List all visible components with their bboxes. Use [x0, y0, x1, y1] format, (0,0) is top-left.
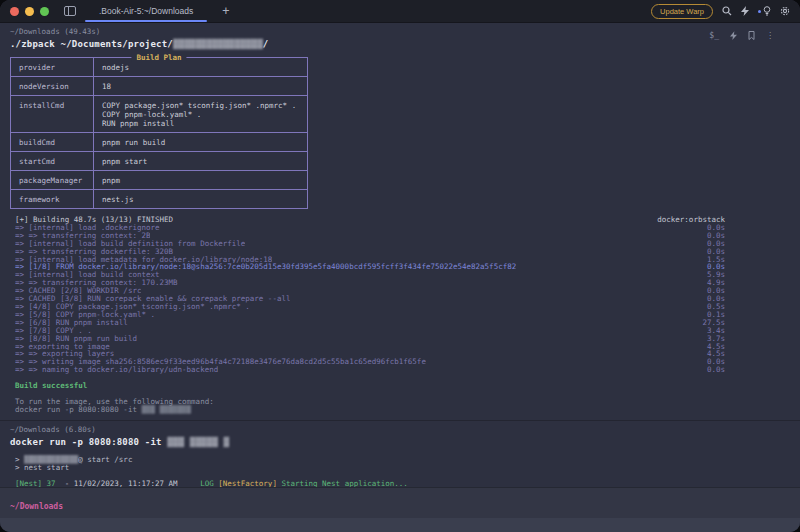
build-plan-row: nodeVersion 18 [11, 77, 307, 96]
redacted-package-name: ▓▓▓▓▓▓▓▓▓▓▓▓ [24, 455, 78, 464]
docker-log-line: => => transferring context: 2B0.0s [15, 232, 725, 240]
docker-build-header: [+] Building 48.7s (13/13) FINISHED dock… [15, 216, 725, 224]
build-plan-row: installCmd COPY package.json* tsconfig.j… [11, 96, 307, 133]
minimize-button[interactable] [25, 7, 34, 16]
block-toolbar: $_ ⋮ [709, 31, 774, 40]
suggested-run-command: docker run -p 8080:8080 -it ▓▓▓ ▓▓▓▓▓▓▓ [0, 406, 800, 414]
docker-log-line: => => writing image sha256:8586ec9f33eed… [15, 358, 725, 366]
search-icon[interactable] [722, 6, 732, 16]
docker-log-line: => [8/8] RUN pnpm run build3.7s [15, 335, 725, 343]
settings-gear-icon[interactable] [780, 6, 790, 16]
docker-log-line: => [4/8] COPY package.json* tsconfig.jso… [15, 303, 725, 311]
prompt-path: ~/Downloads [10, 502, 63, 511]
docker-log-line: => [1/8] FROM docker.io/library/node:18@… [15, 263, 725, 271]
command-input-area[interactable] [0, 518, 800, 532]
warp-terminal-window: .Book-Air-5:~/Downloads + Update Warp [0, 0, 800, 532]
terminal-tab[interactable]: .Book-Air-5:~/Downloads [83, 0, 209, 22]
build-plan-row: packageManager pnpm [11, 171, 307, 190]
command-block-zbpack: ~/Downloads (49.43s) ./zbpack ~/Document… [0, 23, 800, 49]
docker-log-line: => [internal] load build context5.9s [15, 271, 725, 279]
zoom-button[interactable] [40, 7, 49, 16]
block-menu-icon[interactable]: ⋮ [766, 31, 774, 40]
new-tab-button[interactable]: + [216, 5, 235, 17]
tips-lightbulb-icon[interactable] [758, 6, 771, 16]
tab-title: .Book-Air-5:~/Downloads [99, 6, 193, 16]
docker-log-line: => => exporting layers4.5s [15, 350, 725, 358]
build-plan-table: Build Plan provider nodejs nodeVersion 1… [10, 57, 308, 209]
docker-run-command-line: docker run -p 8080:8080 -it ▓▓▓ ▓▓▓▓▓ ▓ [0, 434, 800, 447]
prompt-header: ~/Downloads [0, 487, 800, 518]
build-plan-title: Build Plan [131, 53, 186, 62]
docker-log-line: => [internal] load build definition from… [15, 240, 725, 248]
prompt-dollar-icon[interactable]: $_ [709, 31, 719, 40]
docker-log-line: => CACHED [3/8] RUN corepack enable && c… [15, 295, 725, 303]
redacted-image-name: ▓▓▓ ▓▓▓▓▓ ▓ [167, 437, 229, 447]
docker-log-line: => => transferring dockerfile: 320B0.0s [15, 248, 725, 256]
close-button[interactable] [10, 7, 19, 16]
redacted-image-name: ▓▓▓ ▓▓▓▓▓▓▓ [141, 405, 191, 414]
bookmark-icon[interactable] [748, 31, 755, 40]
redacted-project-path: ▓▓▓▓▓▓▓▓▓▓▓▓▓▓▓▓ [173, 39, 263, 49]
block-context-line: ~/Downloads (6.80s) [0, 421, 800, 434]
docker-log-line: => [internal] load .dockerignore0.0s [15, 224, 725, 232]
docker-log-line: => [6/8] RUN pnpm install27.5s [15, 319, 725, 327]
zbpack-command-line: ./zbpack ~/Documents/project/▓▓▓▓▓▓▓▓▓▓▓… [0, 36, 800, 49]
docker-log-line: => exporting to image4.5s [15, 343, 725, 351]
update-warp-button[interactable]: Update Warp [651, 4, 713, 19]
notification-dot [758, 10, 761, 13]
docker-log-line: => [internal] load metadata for docker.i… [15, 256, 725, 264]
block-context-line: ~/Downloads (49.43s) [0, 23, 800, 36]
ai-bolt-icon[interactable] [741, 6, 749, 16]
build-plan-row: startCmd pnpm start [11, 152, 307, 171]
docker-log-line: => [5/8] COPY pnpm-lock.yaml* .0.1s [15, 311, 725, 319]
docker-log-line: => => naming to docker.io/library/udn-ba… [15, 366, 725, 374]
docker-build-log: [+] Building 48.7s (13/13) FINISHED dock… [0, 216, 800, 374]
build-successful-message: Build successful [0, 382, 800, 390]
current-prompt-block: ~/Downloads [0, 487, 800, 532]
docker-log-line: => CACHED [2/8] WORKDIR /src0.0s [15, 287, 725, 295]
npm-script-line: > ▓▓▓▓▓▓▓▓▓▓▓▓@ start /src [15, 456, 800, 464]
build-plan-row: buildCmd pnpm run build [11, 133, 307, 152]
terminal-body: ~/Downloads (49.43s) ./zbpack ~/Document… [0, 23, 800, 532]
pane-toggle-icon[interactable] [64, 6, 76, 16]
traffic-lights [10, 7, 49, 16]
title-bar: .Book-Air-5:~/Downloads + Update Warp [0, 0, 800, 23]
docker-log-line: => => transferring context: 170.23MB4.9s [15, 279, 725, 287]
build-plan-row: framework nest.js [11, 190, 307, 208]
nest-start-line: > nest start [15, 464, 800, 472]
command-block-docker-run: ~/Downloads (6.80s) docker run -p 8080:8… [0, 421, 800, 447]
docker-log-line: => [7/8] COPY . .3.4s [15, 327, 725, 335]
bolt-icon[interactable] [730, 31, 737, 40]
